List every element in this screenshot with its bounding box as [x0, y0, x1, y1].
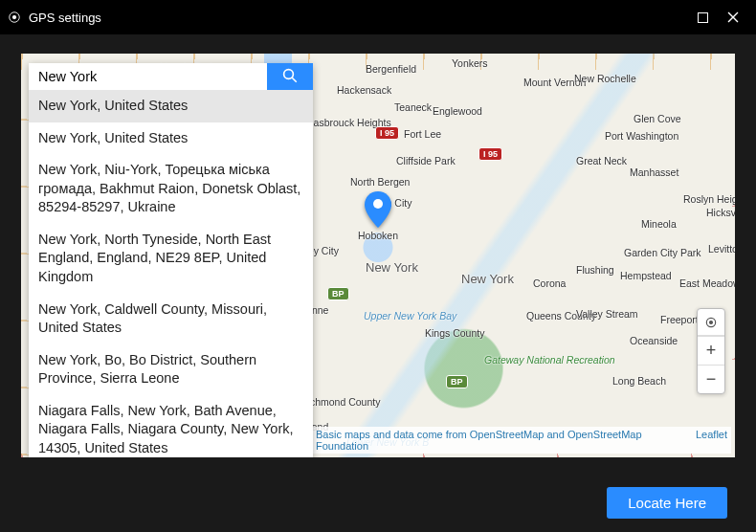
svg-line-7 — [292, 78, 297, 82]
map-place-label: Levittown — [708, 243, 735, 255]
zoom-in-button[interactable]: + — [698, 336, 724, 365]
map-place-label: Hempstead — [620, 270, 672, 281]
map-place-label: Gateway National Recreation — [484, 354, 615, 366]
map-place-label: Valley Stream — [576, 308, 638, 320]
map-place-label: Manhasset — [630, 166, 678, 178]
map-place-label: Oceanside — [630, 335, 678, 346]
location-icon — [8, 11, 21, 24]
map-place-label: North Bergen — [350, 176, 410, 188]
svg-point-6 — [284, 69, 294, 78]
search-panel: New York, United StatesNew York, United … — [29, 63, 313, 457]
map-marker[interactable] — [365, 191, 391, 232]
map-place-label: Bergenfield — [366, 63, 416, 75]
map-place-label: Freeport — [660, 314, 699, 325]
title-bar: GPS settings — [0, 0, 756, 34]
map-place-label: Port Washington — [605, 130, 678, 142]
search-result-item[interactable]: Niagara Falls, New York, Bath Avenue, Ni… — [29, 395, 313, 457]
map-place-label: New Rochelle — [574, 73, 636, 84]
map-place-label: Hoboken — [358, 230, 398, 241]
map-place-label: Mineola — [641, 218, 677, 230]
map-place-label: Corona — [533, 277, 566, 289]
close-button[interactable] — [718, 4, 748, 31]
svg-rect-2 — [698, 12, 707, 22]
attribution-text[interactable]: Basic maps and data come from OpenStreet… — [316, 429, 696, 452]
map-place-label: New York — [461, 272, 514, 286]
map-place-label: Hicksville — [706, 207, 735, 218]
search-result-item[interactable]: New York, United States — [29, 122, 313, 155]
search-result-item[interactable]: New York, Bo, Bo District, Southern Prov… — [29, 344, 313, 395]
window-title: GPS settings — [29, 11, 101, 25]
search-result-item[interactable]: New York, North Tyneside, North East Eng… — [29, 224, 313, 294]
map-place-label: Yonkers — [452, 57, 488, 69]
map-place-label: Great Neck — [576, 155, 627, 166]
svg-point-5 — [373, 199, 383, 209]
zoom-control: + − — [697, 308, 725, 394]
route-shield: I 95 — [478, 147, 502, 161]
search-result-item[interactable]: New York, United States — [29, 90, 313, 122]
zoom-out-button[interactable]: − — [698, 365, 724, 393]
search-result-item[interactable]: New York, Niu-York, Торецька міська гром… — [29, 154, 313, 224]
map-place-label: Roslyn Heights — [683, 193, 735, 205]
map-place-label: Fort Lee — [404, 128, 441, 140]
route-shield: BP — [446, 375, 468, 388]
search-button[interactable] — [267, 63, 313, 90]
route-shield: BP — [327, 287, 349, 300]
search-icon — [281, 67, 299, 87]
map-attribution: Basic maps and data come from OpenStreet… — [312, 427, 731, 454]
recenter-button[interactable] — [698, 309, 724, 336]
attribution-brand[interactable]: Leaflet — [696, 429, 727, 452]
map-place-label: Englewood — [433, 105, 482, 117]
search-result-item[interactable]: New York, Caldwell County, Missouri, Uni… — [29, 294, 313, 344]
search-input[interactable] — [29, 63, 267, 90]
svg-point-9 — [710, 321, 713, 323]
map-place-label: Garden City Park — [624, 247, 701, 258]
map-place-label: New York — [366, 260, 418, 275]
map-place-label: Cliffside Park — [396, 155, 456, 166]
maximize-button[interactable] — [687, 4, 718, 31]
map-place-label: Long Beach — [612, 375, 666, 387]
map-place-label: Kings County — [425, 327, 484, 339]
route-shield: I 95 — [375, 126, 399, 140]
locate-here-button[interactable]: Locate Here — [607, 487, 727, 519]
map-place-label: East Meadow — [679, 277, 735, 289]
map-place-label: Flushing — [576, 264, 614, 276]
search-results: New York, United StatesNew York, United … — [29, 90, 313, 457]
map-place-label: Hackensack — [337, 84, 391, 96]
svg-point-1 — [12, 15, 16, 19]
map-area[interactable]: YonkersBergenfieldLincoln ParkMontclairP… — [21, 54, 735, 457]
map-place-label: Upper New York Bay — [364, 310, 456, 321]
map-place-label: Glen Cove — [634, 113, 681, 124]
map-place-label: Teaneck — [394, 101, 432, 113]
